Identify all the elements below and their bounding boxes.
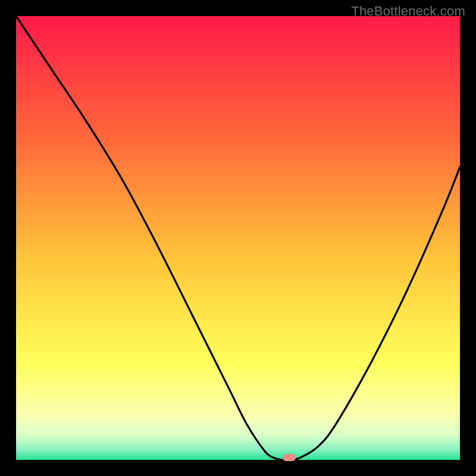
bottleneck-curve — [16, 16, 460, 460]
optimal-point-marker — [283, 454, 296, 461]
chart-root: TheBottleneck.com — [0, 0, 476, 476]
plot-area — [16, 16, 460, 460]
